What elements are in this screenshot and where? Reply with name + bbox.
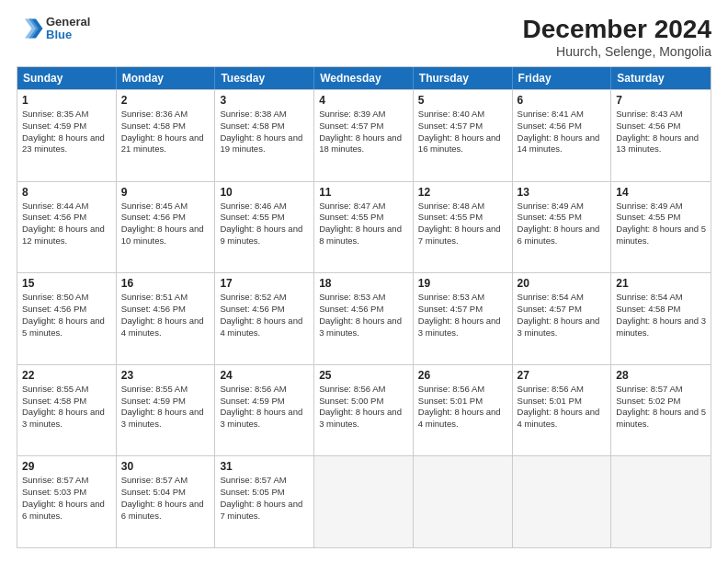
cell-info: Sunrise: 8:36 AM Sunset: 4:58 PM Dayligh… <box>121 109 210 155</box>
cell-date-number: 21 <box>616 277 706 290</box>
cal-cell-2-5: 20Sunrise: 8:54 AM Sunset: 4:57 PM Dayli… <box>513 273 612 364</box>
cal-cell-1-1: 9Sunrise: 8:45 AM Sunset: 4:56 PM Daylig… <box>117 182 216 273</box>
cal-cell-0-2: 3Sunrise: 8:38 AM Sunset: 4:58 PM Daylig… <box>215 90 314 181</box>
cal-row-0: 1Sunrise: 8:35 AM Sunset: 4:59 PM Daylig… <box>17 89 711 181</box>
logo-blue-text: Blue <box>46 29 90 41</box>
cal-cell-4-3 <box>314 456 414 547</box>
cell-date-number: 27 <box>518 369 607 382</box>
cal-cell-2-2: 17Sunrise: 8:52 AM Sunset: 4:56 PM Dayli… <box>215 273 314 364</box>
cell-date-number: 23 <box>121 369 210 382</box>
cal-cell-2-3: 18Sunrise: 8:53 AM Sunset: 4:56 PM Dayli… <box>314 273 414 364</box>
header-tuesday: Tuesday <box>215 67 314 89</box>
header-saturday: Saturday <box>611 67 711 89</box>
cell-date-number: 8 <box>22 186 111 199</box>
cal-cell-0-6: 7Sunrise: 8:43 AM Sunset: 4:56 PM Daylig… <box>611 90 711 181</box>
cal-cell-4-2: 31Sunrise: 8:57 AM Sunset: 5:05 PM Dayli… <box>215 456 314 547</box>
cell-info: Sunrise: 8:57 AM Sunset: 5:03 PM Dayligh… <box>22 475 111 522</box>
cell-date-number: 12 <box>418 186 507 199</box>
cal-cell-0-4: 5Sunrise: 8:40 AM Sunset: 4:57 PM Daylig… <box>414 90 513 181</box>
cell-date-number: 5 <box>418 94 507 107</box>
cell-info: Sunrise: 8:57 AM Sunset: 5:05 PM Dayligh… <box>220 475 309 522</box>
cell-date-number: 19 <box>418 277 507 290</box>
cell-info: Sunrise: 8:56 AM Sunset: 5:01 PM Dayligh… <box>518 384 607 431</box>
cal-cell-4-4 <box>414 456 513 547</box>
cal-cell-4-6 <box>611 456 711 547</box>
cal-cell-1-6: 14Sunrise: 8:49 AM Sunset: 4:55 PM Dayli… <box>611 182 711 273</box>
cell-info: Sunrise: 8:44 AM Sunset: 4:56 PM Dayligh… <box>22 201 111 247</box>
cell-date-number: 7 <box>616 94 706 107</box>
title-block: December 2024 Huurch, Selenge, Mongolia <box>523 15 711 59</box>
cal-row-1: 8Sunrise: 8:44 AM Sunset: 4:56 PM Daylig… <box>17 181 711 273</box>
cell-info: Sunrise: 8:54 AM Sunset: 4:57 PM Dayligh… <box>518 292 607 339</box>
cell-date-number: 1 <box>22 94 111 107</box>
cell-date-number: 13 <box>518 186 607 199</box>
header-monday: Monday <box>117 67 216 89</box>
logo-text: General Blue <box>46 16 90 42</box>
cal-cell-4-0: 29Sunrise: 8:57 AM Sunset: 5:03 PM Dayli… <box>17 456 117 547</box>
cell-info: Sunrise: 8:57 AM Sunset: 5:04 PM Dayligh… <box>121 475 210 522</box>
cell-date-number: 30 <box>121 460 210 473</box>
logo-general-text: General <box>46 16 90 29</box>
cell-info: Sunrise: 8:53 AM Sunset: 4:57 PM Dayligh… <box>418 292 507 339</box>
cal-cell-1-4: 12Sunrise: 8:48 AM Sunset: 4:55 PM Dayli… <box>414 182 513 273</box>
cell-info: Sunrise: 8:43 AM Sunset: 4:56 PM Dayligh… <box>616 109 706 155</box>
cell-date-number: 24 <box>220 369 309 382</box>
cell-info: Sunrise: 8:56 AM Sunset: 5:00 PM Dayligh… <box>319 384 408 431</box>
calendar-body: 1Sunrise: 8:35 AM Sunset: 4:59 PM Daylig… <box>17 89 711 547</box>
cal-cell-3-6: 28Sunrise: 8:57 AM Sunset: 5:02 PM Dayli… <box>611 365 711 456</box>
cal-cell-3-5: 27Sunrise: 8:56 AM Sunset: 5:01 PM Dayli… <box>513 365 612 456</box>
header: General Blue December 2024 Huurch, Selen… <box>17 15 711 59</box>
cal-cell-2-0: 15Sunrise: 8:50 AM Sunset: 4:56 PM Dayli… <box>17 273 117 364</box>
cell-info: Sunrise: 8:52 AM Sunset: 4:56 PM Dayligh… <box>220 292 309 339</box>
page-title: December 2024 <box>523 15 711 44</box>
cell-info: Sunrise: 8:49 AM Sunset: 4:55 PM Dayligh… <box>616 201 706 247</box>
cell-date-number: 29 <box>22 460 111 473</box>
header-wednesday: Wednesday <box>314 67 414 89</box>
cell-info: Sunrise: 8:47 AM Sunset: 4:55 PM Dayligh… <box>319 201 408 247</box>
cell-info: Sunrise: 8:55 AM Sunset: 4:59 PM Dayligh… <box>121 384 210 431</box>
logo: General Blue <box>17 15 90 42</box>
header-friday: Friday <box>513 67 612 89</box>
cal-cell-0-1: 2Sunrise: 8:36 AM Sunset: 4:58 PM Daylig… <box>117 90 216 181</box>
cell-info: Sunrise: 8:55 AM Sunset: 4:58 PM Dayligh… <box>22 384 111 431</box>
cell-date-number: 31 <box>220 460 309 473</box>
cal-cell-1-5: 13Sunrise: 8:49 AM Sunset: 4:55 PM Dayli… <box>513 182 612 273</box>
cell-info: Sunrise: 8:45 AM Sunset: 4:56 PM Dayligh… <box>121 201 210 247</box>
calendar-header: Sunday Monday Tuesday Wednesday Thursday… <box>17 67 711 89</box>
cal-cell-4-1: 30Sunrise: 8:57 AM Sunset: 5:04 PM Dayli… <box>117 456 216 547</box>
cell-date-number: 6 <box>518 94 607 107</box>
cal-cell-3-1: 23Sunrise: 8:55 AM Sunset: 4:59 PM Dayli… <box>117 365 216 456</box>
cell-info: Sunrise: 8:51 AM Sunset: 4:56 PM Dayligh… <box>121 292 210 339</box>
cell-date-number: 22 <box>22 369 111 382</box>
cell-info: Sunrise: 8:49 AM Sunset: 4:55 PM Dayligh… <box>518 201 607 247</box>
cell-date-number: 28 <box>616 369 706 382</box>
cell-date-number: 10 <box>220 186 309 199</box>
cal-row-2: 15Sunrise: 8:50 AM Sunset: 4:56 PM Dayli… <box>17 272 711 364</box>
cal-cell-0-0: 1Sunrise: 8:35 AM Sunset: 4:59 PM Daylig… <box>17 90 117 181</box>
calendar: Sunday Monday Tuesday Wednesday Thursday… <box>17 66 711 548</box>
cell-info: Sunrise: 8:40 AM Sunset: 4:57 PM Dayligh… <box>418 109 507 155</box>
cal-row-3: 22Sunrise: 8:55 AM Sunset: 4:58 PM Dayli… <box>17 364 711 456</box>
cell-date-number: 16 <box>121 277 210 290</box>
cal-cell-3-4: 26Sunrise: 8:56 AM Sunset: 5:01 PM Dayli… <box>414 365 513 456</box>
cal-cell-1-3: 11Sunrise: 8:47 AM Sunset: 4:55 PM Dayli… <box>314 182 414 273</box>
cell-info: Sunrise: 8:50 AM Sunset: 4:56 PM Dayligh… <box>22 292 111 339</box>
cell-info: Sunrise: 8:56 AM Sunset: 5:01 PM Dayligh… <box>418 384 507 431</box>
cal-cell-1-2: 10Sunrise: 8:46 AM Sunset: 4:55 PM Dayli… <box>215 182 314 273</box>
cell-date-number: 25 <box>319 369 408 382</box>
cal-cell-2-6: 21Sunrise: 8:54 AM Sunset: 4:58 PM Dayli… <box>611 273 711 364</box>
cell-info: Sunrise: 8:46 AM Sunset: 4:55 PM Dayligh… <box>220 201 309 247</box>
cell-info: Sunrise: 8:35 AM Sunset: 4:59 PM Dayligh… <box>22 109 111 155</box>
cal-cell-1-0: 8Sunrise: 8:44 AM Sunset: 4:56 PM Daylig… <box>17 182 117 273</box>
cell-date-number: 11 <box>319 186 408 199</box>
cal-cell-3-2: 24Sunrise: 8:56 AM Sunset: 4:59 PM Dayli… <box>215 365 314 456</box>
cell-date-number: 3 <box>220 94 309 107</box>
cell-info: Sunrise: 8:38 AM Sunset: 4:58 PM Dayligh… <box>220 109 309 155</box>
cell-date-number: 9 <box>121 186 210 199</box>
cell-date-number: 4 <box>319 94 408 107</box>
cell-date-number: 26 <box>418 369 507 382</box>
header-sunday: Sunday <box>17 67 117 89</box>
header-thursday: Thursday <box>414 67 513 89</box>
cal-cell-3-3: 25Sunrise: 8:56 AM Sunset: 5:00 PM Dayli… <box>314 365 414 456</box>
cal-row-4: 29Sunrise: 8:57 AM Sunset: 5:03 PM Dayli… <box>17 455 711 547</box>
